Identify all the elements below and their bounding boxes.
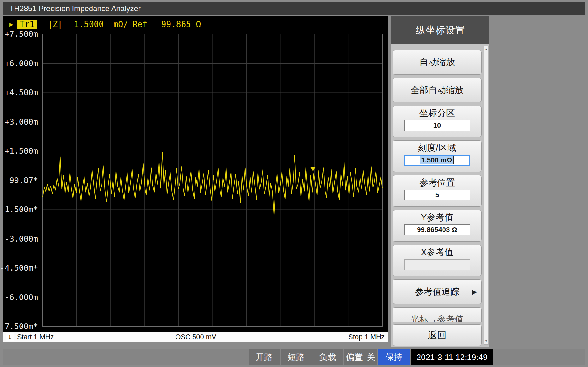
y-reference-value-label: Y参考值 xyxy=(421,212,454,223)
bias-button[interactable]: 偏置 关 xyxy=(344,349,377,365)
y-tick-label: -3.000m xyxy=(5,234,38,244)
osc-level-label: OSC 500 mV xyxy=(3,332,388,342)
y-axis-tick-labels: +7.500m+6.000m+4.500m+3.000m+1.500m99.87… xyxy=(3,16,40,332)
sidebar-scrollbar[interactable]: ▲ ▼ xyxy=(484,46,489,345)
marker-to-reference-button[interactable]: 光标→参考值 xyxy=(393,307,482,322)
y-tick-label: +6.000m xyxy=(5,58,38,69)
x-axis-bar: OSC 500 mV 1 Start 1 MHz Stop 1 MHz xyxy=(3,332,388,342)
y-reference-value-input[interactable]: 99.865403 Ω xyxy=(404,224,470,235)
reference-tracking-button[interactable]: 参考值追踪 ▶ xyxy=(393,279,482,304)
divisions-control[interactable]: 坐标分区 10 xyxy=(393,106,482,137)
scale-per-division-input[interactable]: 1.500 mΩ xyxy=(404,155,470,166)
y-tick-label: -1.500m* xyxy=(0,205,38,215)
channel-number-box: 1 xyxy=(6,333,14,341)
app-title: TH2851 Precision Impedance Analyzer xyxy=(9,4,141,13)
x-stop-label: Stop 1 MHz xyxy=(348,332,385,342)
scale-per-division-label: 刻度/区域 xyxy=(418,143,456,153)
autoscale-button[interactable]: 自动缩放 xyxy=(393,50,482,75)
reference-position-label: 参考位置 xyxy=(419,177,455,188)
submenu-arrow-icon: ▶ xyxy=(472,288,477,296)
short-correction-button[interactable]: 短路 xyxy=(281,349,312,365)
x-reference-value-input[interactable] xyxy=(404,259,470,270)
screen: { "titlebar": { "title": "TH2851 Precisi… xyxy=(0,0,588,367)
scale-per-division-control[interactable]: 刻度/区域 1.500 mΩ xyxy=(393,140,482,172)
y-tick-label: -4.500m* xyxy=(0,263,38,273)
trace-ref-value: 99.865 Ω xyxy=(161,20,201,29)
y-reference-value-control[interactable]: Y参考值 99.865403 Ω xyxy=(393,210,482,242)
autoscale-all-button[interactable]: 全部自动缩放 xyxy=(393,78,482,102)
trace-scale-unit: mΩ/ xyxy=(113,20,128,29)
reference-position-input[interactable]: 5 xyxy=(404,190,470,200)
sidebar-scroll-area: 自动缩放 全部自动缩放 坐标分区 10 刻度/区域 1.500 mΩ 参考位置 … xyxy=(393,44,482,322)
y-tick-label: +4.500m xyxy=(5,88,38,98)
y-tick-label: 99.87* xyxy=(9,175,38,186)
trace-function-label: |Z| xyxy=(48,20,63,29)
x-start-group: 1 Start 1 MHz xyxy=(6,332,54,342)
y-tick-label: +7.500m xyxy=(5,29,38,39)
back-button[interactable]: 返回 xyxy=(393,324,482,346)
x-start-label: Start 1 MHz xyxy=(17,333,54,341)
open-correction-button[interactable]: 开路 xyxy=(249,349,280,365)
reference-tracking-label: 参考值追踪 xyxy=(415,286,459,298)
divisions-label: 坐标分区 xyxy=(419,108,455,119)
plot-area[interactable] xyxy=(42,34,383,327)
bias-state: 关 xyxy=(367,352,375,363)
bottom-bar: 开路 短路 负载 偏置 关 保持 2021-3-11 12:19:49 xyxy=(3,349,585,365)
y-tick-label: -7.500m* xyxy=(0,321,38,332)
scrollbar-down-icon[interactable]: ▼ xyxy=(484,339,488,343)
y-tick-label: +1.500m xyxy=(5,146,38,156)
y-tick-label: -6.000m xyxy=(5,292,38,303)
chart-panel: ▶ Tr1 |Z| 1.5000 mΩ/ Ref 99.865 Ω +7.500… xyxy=(3,16,388,332)
reference-position-control[interactable]: 参考位置 5 xyxy=(393,175,482,207)
selected-input-text: 1.500 mΩ xyxy=(420,156,453,164)
scrollbar-up-icon[interactable]: ▲ xyxy=(484,47,488,51)
load-correction-button[interactable]: 负载 xyxy=(312,349,343,365)
sidebar-vertical-axis-settings: 纵坐标设置 自动缩放 全部自动缩放 坐标分区 10 刻度/区域 1.500 mΩ… xyxy=(391,16,489,347)
hold-button[interactable]: 保持 xyxy=(378,349,410,365)
text-caret xyxy=(453,156,454,164)
divisions-input[interactable]: 10 xyxy=(404,120,470,131)
trace-scale-value: 1.5000 xyxy=(74,20,104,29)
trace-ref-label: Ref xyxy=(133,20,147,29)
x-reference-value-label: X参考值 xyxy=(421,247,454,258)
bias-label: 偏置 xyxy=(346,352,363,363)
titlebar: TH2851 Precision Impedance Analyzer xyxy=(3,2,585,15)
sidebar-title: 纵坐标设置 xyxy=(391,16,489,44)
y-tick-label: +3.000m xyxy=(5,117,38,127)
x-reference-value-control[interactable]: X参考值 xyxy=(393,245,482,276)
clock: 2021-3-11 12:19:49 xyxy=(411,349,493,365)
